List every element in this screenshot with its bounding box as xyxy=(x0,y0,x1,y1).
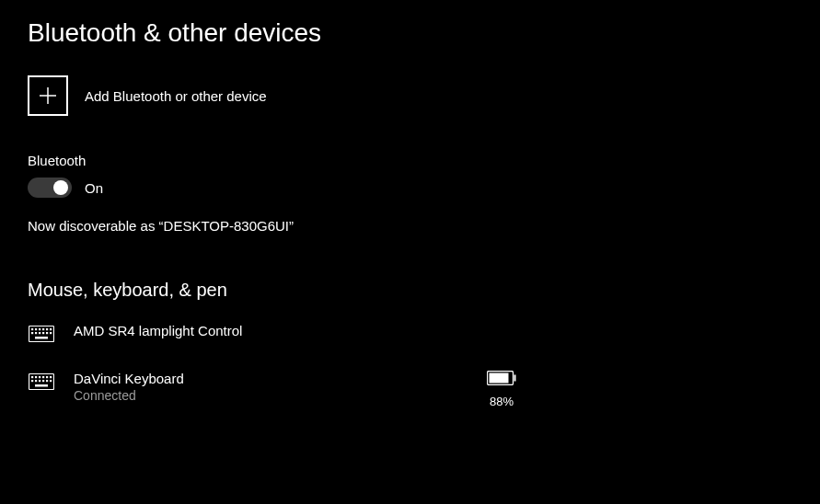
battery-percent: 88% xyxy=(490,395,514,408)
svg-rect-27 xyxy=(35,384,48,387)
svg-rect-24 xyxy=(42,380,44,382)
svg-rect-2 xyxy=(35,328,37,330)
svg-rect-17 xyxy=(39,376,40,378)
add-device-button[interactable]: Add Bluetooth or other device xyxy=(28,75,792,116)
svg-rect-13 xyxy=(35,337,48,339)
svg-rect-16 xyxy=(35,376,37,378)
section-heading-input: Mouse, keyboard, & pen xyxy=(28,280,792,301)
svg-rect-10 xyxy=(42,332,44,334)
battery-indicator: 88% xyxy=(479,371,525,408)
svg-rect-8 xyxy=(35,332,37,334)
svg-rect-6 xyxy=(50,328,52,330)
plus-icon xyxy=(28,75,68,116)
svg-rect-30 xyxy=(490,373,509,384)
svg-rect-18 xyxy=(42,376,44,378)
svg-rect-20 xyxy=(50,376,52,378)
svg-rect-9 xyxy=(39,332,40,334)
add-device-label: Add Bluetooth or other device xyxy=(85,88,267,104)
svg-rect-1 xyxy=(31,328,33,330)
svg-rect-15 xyxy=(31,376,33,378)
page-title: Bluetooth & other devices xyxy=(28,18,792,48)
svg-rect-5 xyxy=(46,328,48,330)
svg-rect-19 xyxy=(46,376,48,378)
svg-rect-29 xyxy=(514,375,516,382)
keyboard-icon xyxy=(28,323,55,343)
bluetooth-state: On xyxy=(85,180,103,196)
device-text: DaVinci Keyboard Connected xyxy=(74,371,460,403)
device-status: Connected xyxy=(74,388,460,403)
svg-rect-12 xyxy=(50,332,52,334)
bluetooth-label: Bluetooth xyxy=(28,153,792,168)
svg-rect-3 xyxy=(39,328,40,330)
device-item[interactable]: AMD SR4 lamplight Control xyxy=(28,317,792,365)
device-text: AMD SR4 lamplight Control xyxy=(74,323,460,338)
svg-rect-25 xyxy=(46,380,48,382)
svg-rect-23 xyxy=(39,380,40,382)
svg-rect-26 xyxy=(50,380,52,382)
svg-rect-11 xyxy=(46,332,48,334)
bluetooth-toggle-row: On xyxy=(28,178,792,198)
toggle-knob xyxy=(53,180,68,195)
battery-icon xyxy=(487,371,516,389)
svg-rect-4 xyxy=(42,328,44,330)
svg-rect-7 xyxy=(31,332,33,334)
device-name: DaVinci Keyboard xyxy=(74,371,460,386)
device-item[interactable]: DaVinci Keyboard Connected 88% xyxy=(28,365,792,430)
svg-rect-21 xyxy=(31,380,33,382)
keyboard-icon xyxy=(28,371,55,391)
device-name: AMD SR4 lamplight Control xyxy=(74,323,460,338)
discoverable-text: Now discoverable as “DESKTOP-830G6UI” xyxy=(28,218,792,234)
svg-rect-22 xyxy=(35,380,37,382)
bluetooth-toggle[interactable] xyxy=(28,178,72,198)
